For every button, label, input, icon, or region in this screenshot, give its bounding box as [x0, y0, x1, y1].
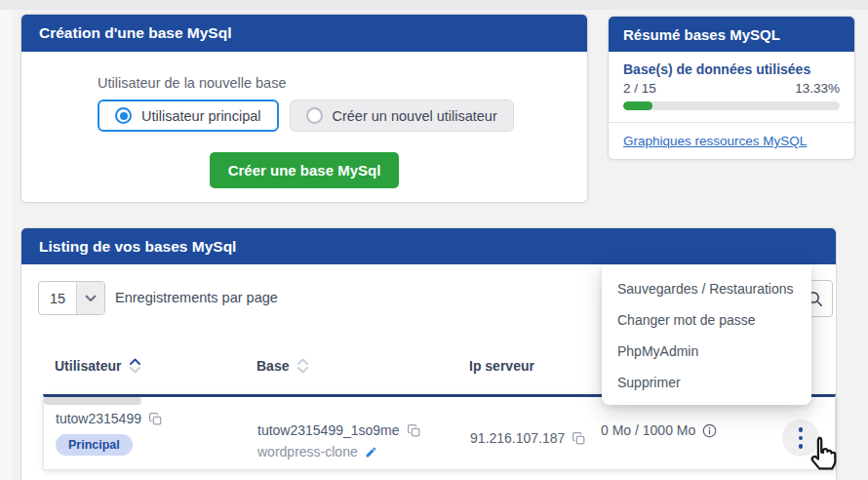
- radio-option-new-user-label: Créer un nouvel utilisateur: [333, 108, 497, 124]
- db-usage-title: Base(s) de données utilisées: [623, 61, 840, 77]
- db-usage-percent: 13.33%: [795, 81, 840, 96]
- mysql-summary-card-title: Résumé bases MySQL: [623, 26, 780, 43]
- mysql-graphs-link[interactable]: Graphiques ressources MySQL: [623, 134, 807, 148]
- menu-item-change-password[interactable]: Changer mot de passe: [602, 304, 811, 336]
- menu-item-delete[interactable]: Supprimer: [602, 367, 811, 398]
- row-size-progressbar: [44, 397, 141, 405]
- menu-item-backups[interactable]: Sauvegardes / Restaurations: [602, 273, 811, 304]
- column-header-ip: Ip serveur: [469, 358, 534, 374]
- info-icon[interactable]: [702, 423, 717, 438]
- summary-divider: [609, 122, 854, 123]
- page-size-select[interactable]: 15: [38, 281, 105, 315]
- menu-item-phpmyadmin[interactable]: PhpMyAdmin: [602, 336, 811, 367]
- new-base-user-label: Utilisateur de la nouvelle base: [98, 75, 511, 91]
- dots-vertical-icon: [799, 444, 804, 449]
- row-actions-context-menu: Sauvegardes / Restaurations Changer mot …: [602, 265, 811, 405]
- edit-pencil-icon[interactable]: [365, 446, 377, 459]
- page-size-value: 15: [39, 282, 76, 314]
- row-base-value: tutow2315499_1so9me: [257, 422, 400, 438]
- db-usage-progressbar: [623, 101, 840, 110]
- mysql-summary-card: Résumé bases MySQL Base(s) de données ut…: [608, 16, 855, 160]
- table-row: tutow2315499 Principal tutow2315499_1so9…: [43, 394, 836, 470]
- row-size-value: 0 Mo / 1000 Mo: [601, 422, 695, 438]
- mysql-listing-card-title: Listing de vos bases MySql: [39, 238, 236, 256]
- copy-icon[interactable]: [148, 412, 163, 426]
- column-header-base[interactable]: Base: [256, 358, 309, 374]
- page-top-strip: [0, 0, 868, 10]
- row-actions-menu-button[interactable]: [782, 420, 819, 457]
- row-base-alias: wordpress-clone: [257, 444, 358, 460]
- radio-option-main-user[interactable]: Utilisateur principal: [98, 100, 279, 132]
- copy-icon[interactable]: [407, 423, 421, 438]
- column-header-base-label: Base: [256, 358, 289, 374]
- principal-badge: Principal: [56, 434, 133, 456]
- records-per-page-label: Enregistrements par page: [115, 290, 278, 305]
- column-header-user[interactable]: Utilisateur: [55, 358, 141, 374]
- copy-icon[interactable]: [572, 431, 586, 446]
- row-ip-value: 91.216.107.187: [470, 430, 565, 446]
- create-mysql-card: Création d'une base MySql Utilisateur de…: [20, 14, 588, 203]
- mysql-usage-fill: [623, 101, 652, 110]
- create-mysql-card-header: Création d'une base MySql: [21, 15, 587, 52]
- db-usage-count: 2 / 15: [623, 81, 656, 96]
- column-header-user-label: Utilisateur: [55, 358, 121, 374]
- radio-option-new-user[interactable]: Créer un nouvel utilisateur: [290, 100, 514, 132]
- page-left-strip: [0, 10, 12, 480]
- row-user-value: tutow2315499: [56, 411, 141, 426]
- mysql-listing-card-header: Listing de vos bases MySql: [21, 228, 836, 264]
- column-header-ip-label: Ip serveur: [469, 358, 534, 374]
- dots-vertical-icon: [799, 427, 804, 432]
- dots-vertical-icon: [799, 436, 804, 441]
- radio-option-main-user-label: Utilisateur principal: [141, 108, 261, 124]
- create-mysql-card-title: Création d'une base MySql: [39, 24, 231, 42]
- mysql-summary-card-header: Résumé bases MySQL: [609, 17, 854, 52]
- chevron-down-icon[interactable]: [76, 282, 104, 314]
- sort-icon[interactable]: [296, 358, 309, 374]
- sort-icon[interactable]: [129, 358, 141, 374]
- radio-selected-icon[interactable]: [115, 107, 132, 124]
- radio-unselected-icon[interactable]: [306, 107, 323, 124]
- create-mysql-base-button[interactable]: Créer une base MySql: [210, 152, 400, 188]
